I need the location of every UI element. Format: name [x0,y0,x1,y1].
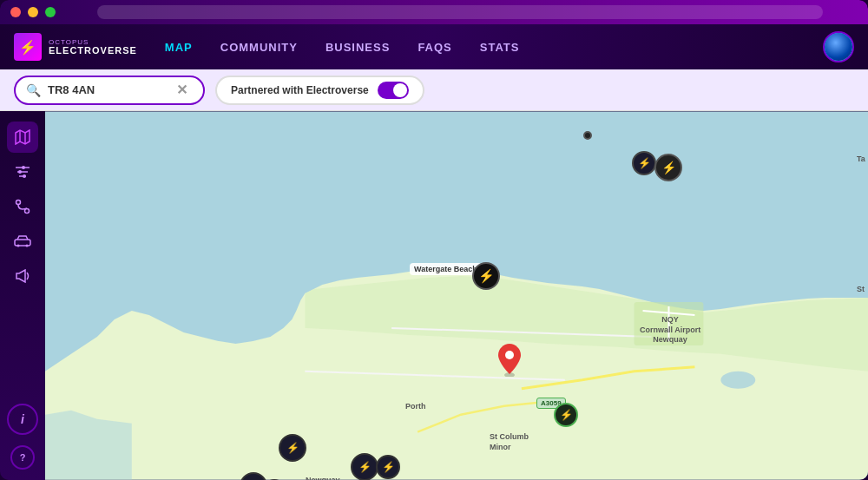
logo-electroverse: ELECTROVERSE [49,46,137,56]
nav-faqs[interactable]: FAQS [418,41,451,54]
nav-business[interactable]: BUSINESS [326,41,390,54]
sidebar-vehicle-button[interactable] [7,226,38,257]
st-columb-minor-label: St ColumbMinor [490,432,529,452]
nav-bar: ⚡ octopus ELECTROVERSE MAP COMMUNITY BUS… [0,24,868,69]
charging-marker-road[interactable]: ⚡ [554,403,578,427]
logo-text: octopus ELECTROVERSE [49,39,137,56]
nav-community[interactable]: COMMUNITY [220,41,298,54]
close-dot[interactable] [10,7,21,17]
charging-marker-watergate[interactable]: ⚡ [472,262,500,290]
logo[interactable]: ⚡ octopus ELECTROVERSE [14,33,137,61]
partner-toggle-label: Partnered with Electroverse [231,84,369,96]
info-icon: i [21,412,24,426]
url-bar[interactable] [97,5,823,19]
svg-point-8 [23,174,26,178]
charging-marker-2[interactable]: ⚡ [654,154,682,181]
maximize-dot[interactable] [45,7,56,17]
charging-marker-1[interactable]: ⚡ [632,151,656,175]
svg-point-7 [18,170,22,174]
search-bar: 🔍 ✕ Partnered with Electroverse [0,69,868,111]
charging-marker-5[interactable]: ⚡ [376,455,400,479]
sidebar-route-button[interactable] [7,191,38,222]
airport-label: NQYCornwall AirportNewquay [640,315,700,345]
avatar-image [825,33,852,61]
svg-point-6 [22,166,25,169]
nav-stats[interactable]: STATS [480,41,520,54]
svg-point-12 [17,245,20,247]
st-label: St [857,285,865,293]
search-clear-button[interactable]: ✕ [176,82,187,98]
charging-marker-3[interactable]: ⚡ [279,434,306,462]
search-input-wrap: 🔍 ✕ [14,76,205,105]
partner-toggle[interactable] [378,82,409,99]
search-icon: 🔍 [26,83,41,97]
search-input[interactable] [48,83,169,96]
map-area[interactable]: Watergate Beach Porth St ColumbMinor New… [45,111,868,480]
avatar[interactable] [823,31,854,62]
marker-dot-1 [583,131,592,140]
svg-point-10 [25,209,30,214]
sidebar-filters-button[interactable] [7,156,38,187]
svg-point-22 [505,351,514,359]
toggle-knob [393,83,407,97]
svg-rect-11 [15,240,30,246]
partner-toggle-wrap: Partnered with Electroverse [215,76,424,105]
porth-label: Porth [405,402,426,411]
newquay-label: Newquay [306,476,340,480]
svg-point-13 [26,245,29,247]
sidebar-megaphone-button[interactable] [7,260,38,292]
nav-links: MAP COMMUNITY BUSINESS FAQS STATS [165,41,823,54]
main-content: i ? Waterga [0,111,868,480]
ta-label: Ta [857,155,865,163]
left-sidebar: i ? [0,111,45,480]
search-pin [498,344,521,380]
sidebar-info-button[interactable]: i [7,404,38,435]
svg-point-9 [16,201,21,205]
logo-icon: ⚡ [14,33,42,61]
minimize-dot[interactable] [28,7,38,17]
sidebar-map-button[interactable] [7,122,38,153]
nav-map[interactable]: MAP [165,41,193,54]
map-background [45,111,868,480]
watergate-beach-label: Watergate Beach [410,263,482,275]
help-icon: ? [20,452,26,463]
title-bar [0,0,868,24]
charging-marker-4[interactable]: ⚡ [351,453,378,480]
svg-marker-0 [16,130,30,144]
svg-point-20 [720,372,755,389]
sidebar-help-button[interactable]: ? [10,445,35,470]
